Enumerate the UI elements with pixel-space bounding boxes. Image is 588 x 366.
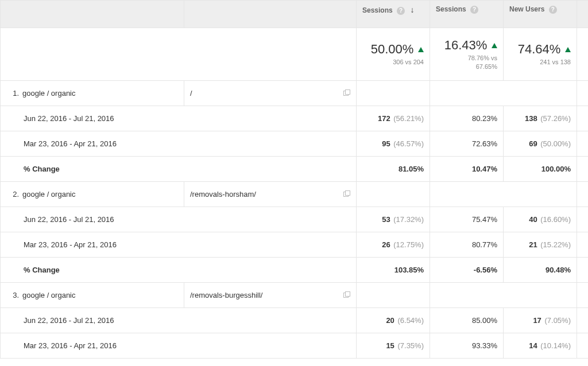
summary-newusers: 74.64% 241 vs 138 <box>504 28 577 81</box>
svg-rect-1 <box>346 89 350 94</box>
svg-rect-5 <box>346 291 350 296</box>
summary-newusers-pct: 74.64% <box>518 42 561 57</box>
col-header-pct-new-sessions[interactable]: Sessions ? <box>430 1 504 28</box>
help-icon[interactable]: ? <box>397 7 405 15</box>
gutter <box>577 258 589 283</box>
source-cell[interactable]: 2.google / organic <box>1 182 184 207</box>
new-users-value: 138 <box>525 114 537 123</box>
sort-desc-icon[interactable]: ↓ <box>410 5 414 14</box>
new-users-pct: (16.60%) <box>540 215 571 224</box>
open-page-icon[interactable] <box>343 89 350 98</box>
source-medium: google / organic <box>22 190 76 198</box>
date-range-label: Mar 23, 2016 - Apr 21, 2016 <box>1 232 357 258</box>
source-medium: google / organic <box>22 89 76 98</box>
gutter <box>577 333 589 359</box>
landing-page-cell[interactable]: / <box>184 81 357 106</box>
new-users-pct: (15.22%) <box>540 240 571 249</box>
source-cell[interactable]: 3.google / organic <box>1 283 184 308</box>
date-range-label: Mar 23, 2016 - Apr 21, 2016 <box>1 333 357 359</box>
row-number: 1. <box>6 89 19 98</box>
new-users-cell: 14 (10.14%) <box>504 333 577 359</box>
dimension-row: 2.google / organic/removals-horsham/ <box>1 182 589 207</box>
trend-up-icon <box>492 43 497 48</box>
sessions-pct: (56.21%) <box>393 114 424 123</box>
analytics-comparison-table: Sessions ? ↓ Sessions ? New Users ? 50.0… <box>0 0 588 359</box>
pct-new-sessions-cell: 80.23% <box>430 106 504 131</box>
date-range-row: Mar 23, 2016 - Apr 21, 201615 (7.35%)93.… <box>1 333 589 359</box>
sessions-value: 53 <box>382 215 390 224</box>
metric-blank <box>430 81 577 106</box>
date-range-label: Mar 23, 2016 - Apr 21, 2016 <box>1 131 357 157</box>
gutter <box>577 106 589 131</box>
col-header-source[interactable] <box>1 1 184 28</box>
sessions-pct: (7.35%) <box>397 341 424 350</box>
col-header-sessions[interactable]: Sessions ? ↓ <box>357 1 430 28</box>
sessions-pct: (12.75%) <box>393 240 424 249</box>
source-cell[interactable]: 1.google / organic <box>1 81 184 106</box>
pct-new-sessions-change: -6.56% <box>430 258 504 283</box>
new-users-pct: (50.00%) <box>540 139 571 148</box>
new-users-cell: 17 (7.05%) <box>504 308 577 333</box>
sessions-value: 95 <box>382 139 390 148</box>
help-icon[interactable]: ? <box>549 6 557 14</box>
header-label: New Users <box>509 5 544 13</box>
sessions-value: 20 <box>386 316 394 325</box>
date-range-row: Mar 23, 2016 - Apr 21, 201695 (46.57%)72… <box>1 131 589 157</box>
col-header-new-users[interactable]: New Users ? <box>504 1 577 28</box>
pct-new-sessions-cell: 75.47% <box>430 207 504 232</box>
landing-page-path: /removals-burgesshill/ <box>190 291 262 299</box>
open-page-icon[interactable] <box>343 291 350 299</box>
sessions-cell: 26 (12.75%) <box>357 232 430 258</box>
landing-page-cell[interactable]: /removals-burgesshill/ <box>184 283 357 308</box>
summary-pctnew-pct: 16.43% <box>444 38 488 53</box>
sessions-value: 172 <box>378 114 390 123</box>
summary-newusers-sub: 241 vs 138 <box>509 58 571 66</box>
header-label: Sessions <box>436 5 466 13</box>
new-users-value: 69 <box>529 139 537 148</box>
pct-change-label: % Change <box>1 157 357 182</box>
new-users-pct: (7.05%) <box>544 316 571 325</box>
date-range-label: Jun 22, 2016 - Jul 21, 2016 <box>1 308 357 333</box>
sessions-cell: 20 (6.54%) <box>357 308 430 333</box>
summary-sessions: 50.00% 306 vs 204 <box>357 28 430 81</box>
date-range-label: Jun 22, 2016 - Jul 21, 2016 <box>1 207 357 232</box>
pct-new-sessions-cell: 80.77% <box>430 232 504 258</box>
sessions-change: 81.05% <box>357 157 430 182</box>
source-medium: google / organic <box>22 291 76 299</box>
summary-pctnew: 16.43% 78.76% vs 67.65% <box>430 28 504 81</box>
gutter <box>577 182 589 207</box>
new-users-value: 17 <box>533 316 541 325</box>
sessions-value: 15 <box>386 341 394 350</box>
help-icon[interactable]: ? <box>470 6 478 14</box>
landing-page-path: / <box>190 89 192 98</box>
sessions-cell: 172 (56.21%) <box>357 106 430 131</box>
new-users-pct: (10.14%) <box>540 341 571 350</box>
summary-row: 50.00% 306 vs 204 16.43% 78.76% vs 67.65… <box>1 28 589 81</box>
gutter <box>577 157 589 182</box>
sessions-pct: (6.54%) <box>397 316 424 325</box>
landing-page-cell[interactable]: /removals-horsham/ <box>184 182 357 207</box>
sessions-pct: (46.57%) <box>393 139 424 148</box>
trend-up-icon <box>418 47 424 52</box>
new-users-value: 14 <box>529 341 537 350</box>
sessions-cell: 53 (17.32%) <box>357 207 430 232</box>
gutter <box>577 207 589 232</box>
gutter <box>577 1 589 28</box>
metric-blank <box>357 283 430 308</box>
trend-up-icon <box>565 47 571 52</box>
pct-new-sessions-cell: 72.63% <box>430 131 504 157</box>
sessions-cell: 95 (46.57%) <box>357 131 430 157</box>
new-users-change: 100.00% <box>504 157 577 182</box>
svg-rect-3 <box>346 190 350 195</box>
row-number: 2. <box>6 190 19 198</box>
col-header-page[interactable] <box>184 1 357 28</box>
date-range-label: Jun 22, 2016 - Jul 21, 2016 <box>1 106 357 131</box>
pct-change-row: % Change81.05%10.47%100.00% <box>1 157 589 182</box>
gutter <box>577 28 589 81</box>
open-page-icon[interactable] <box>343 190 350 198</box>
gutter <box>577 232 589 258</box>
metric-blank <box>357 182 430 207</box>
sessions-cell: 15 (7.35%) <box>357 333 430 359</box>
new-users-cell: 21 (15.22%) <box>504 232 577 258</box>
metric-blank <box>357 81 430 106</box>
